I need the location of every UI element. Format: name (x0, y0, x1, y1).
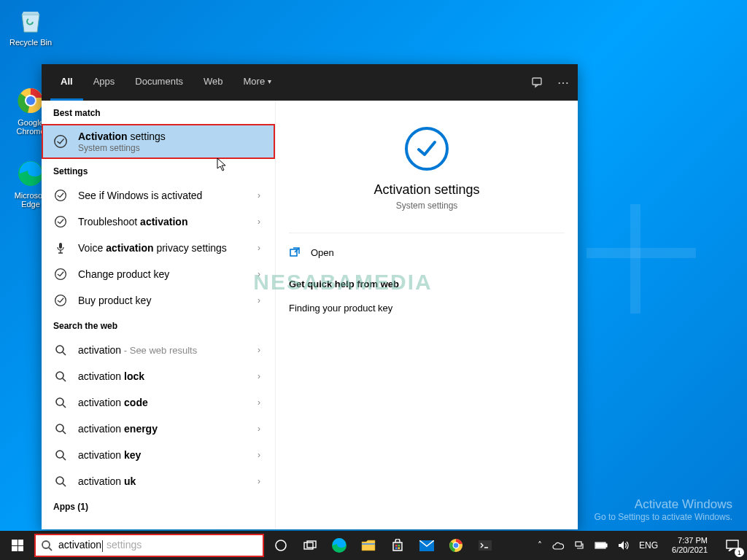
svg-point-6 (55, 190, 66, 201)
result-title: activation - See web results (78, 343, 255, 357)
result-voice-activation-privacy[interactable]: Voice activation privacy settings › (42, 235, 275, 261)
chevron-right-icon: › (255, 424, 263, 434)
result-title: activation key (78, 448, 255, 462)
svg-point-9 (55, 269, 66, 280)
taskbar: activation settings ˄ ENG 7:37 PM 6/20/2… (0, 531, 747, 560)
quick-help-link[interactable]: Finding your product key (289, 298, 565, 318)
svg-point-18 (42, 541, 50, 548)
svg-rect-26 (395, 548, 398, 550)
result-buy-product-key[interactable]: Buy product key › (42, 287, 275, 314)
result-see-if-activated[interactable]: See if Windows is activated › (42, 182, 275, 209)
tray-language[interactable]: ENG (637, 540, 660, 551)
svg-rect-33 (576, 542, 581, 546)
result-web-activation-lock[interactable]: activation lock › (42, 363, 275, 389)
chrome-icon (16, 86, 45, 115)
tray-onedrive-icon[interactable] (550, 542, 566, 550)
chevron-right-icon: › (255, 295, 263, 306)
section-search-web: Search the web (42, 314, 275, 337)
svg-rect-35 (605, 544, 607, 547)
svg-point-31 (454, 543, 459, 548)
svg-rect-37 (727, 540, 738, 548)
chevron-right-icon: › (255, 450, 263, 460)
notification-badge: 1 (735, 548, 744, 557)
tray-network-icon[interactable] (572, 540, 587, 551)
chevron-down-icon: ▾ (268, 77, 271, 85)
taskbar-taskview-icon[interactable] (295, 531, 325, 560)
check-circle-icon (53, 188, 68, 203)
result-web-activation-energy[interactable]: activation energy › (42, 416, 275, 442)
result-title: activation uk (78, 475, 255, 488)
chevron-right-icon: › (255, 243, 263, 253)
ellipsis-icon[interactable]: ⋯ (557, 76, 569, 90)
preview-title: Activation settings (289, 182, 565, 198)
search-icon (53, 421, 68, 436)
search-tab-documents[interactable]: Documents (125, 64, 193, 101)
search-results-list: Best match Activation settings System se… (42, 101, 275, 529)
result-best-match-activation[interactable]: Activation settings System settings (42, 124, 275, 159)
result-web-activation[interactable]: activation - See web results › (42, 337, 275, 363)
svg-point-15 (56, 451, 63, 458)
svg-point-16 (56, 477, 63, 484)
preview-check-icon (405, 127, 449, 171)
taskbar-mail-icon[interactable] (412, 531, 441, 560)
svg-point-19 (276, 540, 286, 551)
svg-point-13 (56, 398, 63, 405)
svg-rect-24 (395, 545, 398, 547)
section-best-match: Best match (42, 101, 275, 124)
taskbar-explorer-icon[interactable] (354, 531, 383, 560)
system-tray: ˄ ENG 7:37 PM 6/20/2021 (531, 531, 718, 560)
microphone-icon (53, 241, 68, 255)
chevron-right-icon: › (255, 345, 263, 355)
result-troubleshoot-activation[interactable]: Troubleshoot activation › (42, 209, 275, 235)
search-icon (53, 448, 68, 462)
search-tab-all[interactable]: All (50, 64, 83, 101)
result-title: Troubleshoot activation (78, 215, 255, 228)
taskbar-store-icon[interactable] (383, 531, 412, 560)
preview-open-action[interactable]: Open (289, 239, 565, 265)
search-tab-web[interactable]: Web (193, 64, 233, 101)
start-button[interactable] (0, 531, 35, 560)
check-circle-icon (53, 293, 68, 308)
search-icon (53, 474, 68, 489)
result-web-activation-uk[interactable]: activation uk › (42, 468, 275, 494)
result-web-activation-code[interactable]: activation code › (42, 389, 275, 416)
svg-point-2 (26, 96, 35, 105)
result-title: Change product key (78, 268, 255, 281)
start-search-panel: All Apps Documents Web More▾ ⋯ Best matc… (42, 64, 578, 529)
result-change-product-key[interactable]: Change product key › (42, 261, 275, 287)
result-title: activation code (78, 396, 255, 409)
desktop-icon-recycle-bin[interactable]: Recycle Bin (6, 6, 55, 47)
search-tab-more[interactable]: More▾ (233, 64, 282, 101)
tray-clock[interactable]: 7:37 PM 6/20/2021 (666, 536, 713, 555)
tray-battery-icon[interactable] (592, 542, 610, 549)
svg-point-11 (56, 346, 63, 353)
quick-help-header: Get quick help from web (289, 279, 565, 289)
chevron-right-icon: › (255, 190, 263, 201)
svg-rect-32 (479, 540, 492, 551)
tray-volume-icon[interactable] (616, 540, 631, 551)
taskbar-chrome-icon[interactable] (441, 531, 471, 560)
search-tab-apps[interactable]: Apps (83, 64, 125, 101)
desktop-icon-label: Recycle Bin (6, 38, 55, 47)
action-center-button[interactable]: 1 (718, 531, 747, 560)
taskbar-cortana-icon[interactable] (266, 531, 295, 560)
edge-icon (16, 159, 45, 188)
tray-chevron-up-icon[interactable]: ˄ (535, 540, 544, 551)
svg-rect-25 (398, 545, 400, 547)
svg-rect-23 (362, 543, 375, 545)
svg-rect-27 (398, 548, 400, 550)
search-icon (53, 369, 68, 384)
search-icon (41, 540, 53, 551)
windows-logo-wallpaper (587, 204, 747, 365)
taskbar-edge-icon[interactable] (325, 531, 354, 560)
taskbar-terminal-icon[interactable] (471, 531, 500, 560)
check-circle-icon (53, 214, 68, 229)
feedback-icon[interactable] (531, 76, 544, 89)
chevron-right-icon: › (255, 217, 263, 227)
taskbar-search-box[interactable]: activation settings (35, 534, 263, 556)
check-circle-icon (53, 134, 68, 149)
svg-rect-36 (596, 543, 605, 548)
result-title: activation energy (78, 422, 255, 435)
result-web-activation-key[interactable]: activation key › (42, 442, 275, 468)
result-subtitle: System settings (78, 143, 263, 153)
